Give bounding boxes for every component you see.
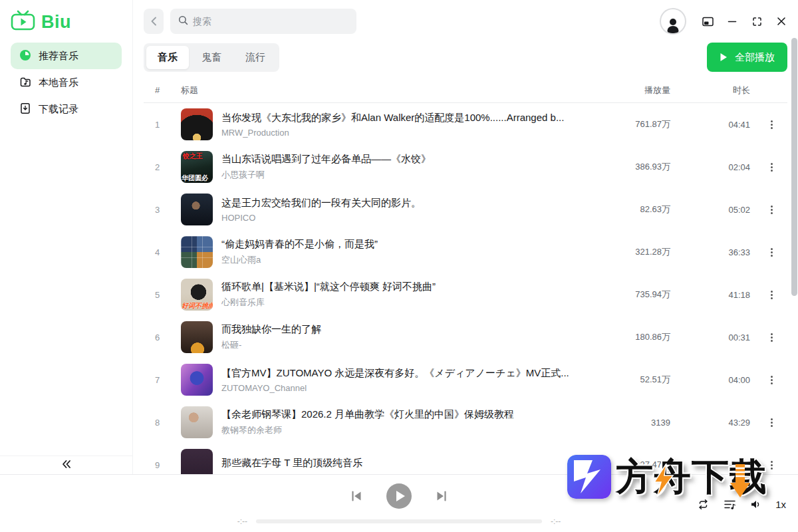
search-input[interactable] <box>193 16 348 27</box>
player-bar: -:-- -:-- 1x <box>0 474 798 532</box>
tab-guichu[interactable]: 鬼畜 <box>190 46 233 69</box>
next-track-button[interactable] <box>436 490 448 502</box>
playlist-button[interactable] <box>724 499 736 510</box>
volume-button[interactable] <box>750 499 761 509</box>
sidebar-item-recommend-music[interactable]: 推荐音乐 <box>11 43 122 69</box>
song-index: 7 <box>144 375 181 385</box>
progress-row: -:-- -:-- <box>0 517 798 526</box>
song-duration: 04:00 <box>678 375 755 385</box>
tab-popular[interactable]: 流行 <box>234 46 277 69</box>
song-thumbnail[interactable]: 饺之王 华团圆必 <box>181 151 213 183</box>
close-button[interactable] <box>775 15 787 27</box>
song-thumbnail[interactable]: 好词不挑曲 <box>181 279 213 311</box>
sidebar-item-download-history[interactable]: 下载记录 <box>11 96 122 122</box>
minimize-button[interactable] <box>726 15 738 27</box>
kebab-menu-icon[interactable] <box>768 203 775 217</box>
play-triangle-icon <box>396 491 405 501</box>
kebab-menu-icon[interactable] <box>768 118 775 132</box>
search-bar[interactable] <box>170 9 356 34</box>
repeat-loop-icon <box>697 499 710 510</box>
song-thumbnail[interactable] <box>181 194 213 225</box>
maximize-button[interactable] <box>751 15 763 27</box>
back-button[interactable] <box>144 9 164 34</box>
header-duration: 时长 <box>678 84 755 96</box>
play-pause-button[interactable] <box>386 483 412 509</box>
song-row[interactable]: 5 好词不挑曲 循环歌单|【基米说】|“就这个停顿爽 好词不挑曲” 心刚音乐库 … <box>144 273 787 316</box>
search-icon <box>178 15 188 28</box>
song-duration: 43:29 <box>678 418 755 428</box>
song-row[interactable]: 2 饺之王 华团圆必 当山东话说唱遇到了过年必备单品——《水饺》 小思孩子啊 3… <box>144 146 787 188</box>
playback-speed-button[interactable]: 1x <box>775 499 786 510</box>
song-title: 【官方MV】ZUTOMAYO 永远是深夜有多好。《メディアノーチェ》MV正式..… <box>221 367 569 380</box>
song-row[interactable]: 4 “偷走妈妈青春的不是小偷，而是我” 空山心雨a 321.28万 36:33 <box>144 231 787 273</box>
play-icon <box>720 53 728 62</box>
window-controls <box>661 9 787 33</box>
song-thumbnail[interactable] <box>181 321 213 353</box>
song-thumbnail[interactable] <box>181 406 213 438</box>
topbar <box>144 0 787 43</box>
song-duration: 02:04 <box>678 162 755 172</box>
song-title-cell: 好词不挑曲 循环歌单|【基米说】|“就这个停顿爽 好词不挑曲” 心刚音乐库 <box>181 279 592 311</box>
song-title: 循环歌单|【基米说】|“就这个停顿爽 好词不挑曲” <box>221 281 436 293</box>
song-title: 那些藏在字母 T 里的顶级纯音乐 <box>221 457 362 469</box>
song-artist: MRW_Production <box>221 128 564 138</box>
scrollbar-thumb[interactable] <box>791 38 797 296</box>
song-menu-cell <box>755 118 787 132</box>
song-title: 当你发现《大东北我的家乡》和Alan Walker的适配度是100%......… <box>221 112 564 124</box>
progress-bar[interactable] <box>256 519 542 523</box>
header-title: 标题 <box>181 84 592 96</box>
song-text: 而我独缺你一生的了解 松砸- <box>221 323 321 351</box>
song-row[interactable]: 1 当你发现《大东北我的家乡》和Alan Walker的适配度是100%....… <box>144 103 787 146</box>
collapse-sidebar-button[interactable] <box>0 456 132 474</box>
previous-track-button[interactable] <box>350 490 362 502</box>
kebab-menu-icon[interactable] <box>768 331 775 344</box>
minimize-icon <box>728 17 737 26</box>
song-thumbnail[interactable] <box>181 236 213 268</box>
play-all-label: 全部播放 <box>735 51 775 64</box>
kebab-menu-icon[interactable] <box>768 458 775 472</box>
song-artist: 空山心雨a <box>221 254 378 266</box>
song-menu-cell <box>755 331 787 344</box>
mini-player-icon <box>702 17 714 27</box>
kebab-menu-icon[interactable] <box>768 416 775 430</box>
song-duration: 36:33 <box>678 247 755 257</box>
song-title-cell: 【官方MV】ZUTOMAYO 永远是深夜有多好。《メディアノーチェ》MV正式..… <box>181 364 592 396</box>
song-artist: ZUTOMAYO_Channel <box>221 383 569 393</box>
song-thumbnail[interactable] <box>181 108 213 140</box>
kebab-menu-icon[interactable] <box>768 160 775 174</box>
song-menu-cell <box>755 288 787 302</box>
song-row[interactable]: 3 这是王力宏交给我们的一段有关大同的影片。 HOPICO 82.63万 05:… <box>144 188 787 231</box>
song-thumbnail[interactable] <box>181 364 213 396</box>
play-all-button[interactable]: 全部播放 <box>707 43 787 72</box>
song-title-cell: “偷走妈妈青春的不是小偷，而是我” 空山心雨a <box>181 236 592 268</box>
song-duration: 05:02 <box>678 205 755 215</box>
song-plays: 735.94万 <box>592 289 678 301</box>
avatar[interactable] <box>661 9 685 33</box>
mini-player-button[interactable] <box>702 15 714 27</box>
song-row[interactable]: 6 而我独缺你一生的了解 松砸- 180.86万 00:31 <box>144 316 787 358</box>
repeat-button[interactable] <box>697 499 710 510</box>
song-title: 当山东话说唱遇到了过年必备单品——《水饺》 <box>221 153 431 166</box>
song-title-cell: 当你发现《大东北我的家乡》和Alan Walker的适配度是100%......… <box>181 108 592 140</box>
song-plays: 82.63万 <box>592 203 678 215</box>
song-plays: 761.87万 <box>592 118 678 130</box>
tab-music[interactable]: 音乐 <box>146 46 189 69</box>
song-duration: 04:41 <box>678 120 755 130</box>
kebab-menu-icon[interactable] <box>768 373 775 387</box>
sidebar-item-local-music[interactable]: 本地音乐 <box>11 69 122 96</box>
skip-forward-icon <box>436 490 448 502</box>
person-icon <box>664 16 682 33</box>
thumbnail-text-bottom: 华团圆必 <box>182 175 208 182</box>
recommend-icon <box>19 49 31 63</box>
song-title-cell: 【余老师钢琴课】2026.2 月单曲教学《灯火里的中国》保姆级教程 教钢琴的余老… <box>181 406 592 438</box>
kebab-menu-icon[interactable] <box>768 288 775 302</box>
header-index: # <box>144 85 181 95</box>
song-row[interactable]: 8 【余老师钢琴课】2026.2 月单曲教学《灯火里的中国》保姆级教程 教钢琴的… <box>144 401 787 444</box>
sidebar-item-label: 推荐音乐 <box>39 50 78 63</box>
song-index: 8 <box>144 418 181 428</box>
kebab-menu-icon[interactable] <box>768 245 775 259</box>
sidebar-item-label: 下载记录 <box>39 103 78 116</box>
song-artist: HOPICO <box>221 213 421 223</box>
song-row[interactable]: 7 【官方MV】ZUTOMAYO 永远是深夜有多好。《メディアノーチェ》MV正式… <box>144 358 787 401</box>
category-tabs-row: 音乐 鬼畜 流行 全部播放 <box>144 43 787 72</box>
